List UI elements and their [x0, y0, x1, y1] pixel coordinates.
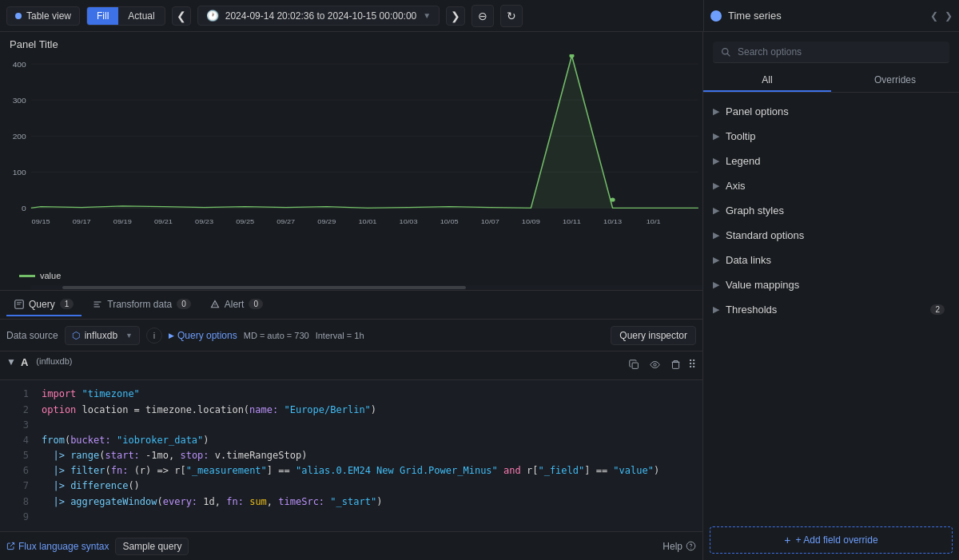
actual-button[interactable]: Actual	[118, 7, 164, 25]
fill-button[interactable]: Fill	[87, 7, 118, 25]
svg-text:100: 100	[13, 169, 26, 177]
code-line-2: 2 option location = timezone.location(na…	[0, 403, 702, 418]
option-label: Thresholds	[726, 304, 930, 316]
svg-marker-28	[31, 56, 698, 209]
query-hide-button[interactable]	[647, 356, 663, 372]
drag-handle-icon[interactable]: ⠿	[688, 358, 696, 371]
svg-text:10/11: 10/11	[563, 218, 581, 225]
query-row-label: A	[21, 356, 28, 368]
query-footer: Flux language syntax Sample query Help	[0, 531, 702, 560]
svg-text:10/13: 10/13	[603, 218, 622, 225]
svg-text:200: 200	[13, 133, 26, 141]
alert-icon	[210, 300, 220, 309]
query-actions: ⠿	[626, 356, 696, 372]
tab-transform[interactable]: Transform data 0	[85, 294, 198, 316]
tab-all-label: All	[762, 74, 772, 85]
svg-point-34	[653, 363, 655, 366]
option-label: Data links	[726, 254, 949, 266]
ts-icon	[710, 10, 722, 22]
svg-text:10/09: 10/09	[522, 218, 540, 225]
plus-icon: +	[784, 534, 790, 546]
tab-alert-label: Alert	[225, 299, 245, 310]
chevron-right-icon[interactable]: ❯	[945, 10, 953, 22]
chart-svg: 400 300 200 100 0 09/15 09/17 09/19 09/2…	[0, 54, 702, 262]
query-inspector-button[interactable]: Query inspector	[611, 326, 696, 345]
data-source-label: Data source	[6, 330, 58, 341]
refresh-button[interactable]: ↻	[500, 5, 523, 27]
option-label: Legend	[726, 155, 949, 167]
option-legend[interactable]: ▶ Legend	[703, 149, 959, 173]
code-line-6: 6 |> filter(fn: (r) => r["_measurement"]…	[0, 463, 702, 479]
query-copy-button[interactable]	[626, 356, 642, 372]
query-row-header: ▼ A (influxdb) ⠿	[0, 351, 702, 380]
sample-query-button[interactable]: Sample query	[115, 538, 189, 555]
svg-point-38	[690, 548, 691, 549]
tab-overrides[interactable]: Overrides	[831, 70, 959, 92]
all-overrides-tabs: All Overrides	[703, 70, 959, 93]
tab-query-label: Query	[29, 299, 55, 310]
help-button[interactable]: Help	[663, 541, 696, 552]
legend-label: value	[40, 271, 61, 280]
chevron-left-icon[interactable]: ❮	[930, 10, 938, 22]
tab-transform-label: Transform data	[107, 299, 172, 310]
code-editor[interactable]: 1 import "timezone" 2 option location = …	[0, 380, 702, 531]
option-value-mappings[interactable]: ▶ Value mappings	[703, 272, 959, 297]
collapse-button[interactable]: ▼	[6, 356, 16, 367]
time-range-next-button[interactable]: ❯	[446, 6, 465, 26]
option-chevron-icon: ▶	[713, 181, 719, 191]
query-delete-button[interactable]	[667, 356, 683, 372]
datasource-info-button[interactable]: i	[146, 328, 162, 344]
flux-syntax-label: Flux language syntax	[18, 541, 109, 552]
query-options-link[interactable]: ▶ Query options	[169, 330, 237, 341]
svg-rect-33	[632, 363, 638, 368]
tab-query[interactable]: Query 1	[6, 294, 82, 316]
option-axis[interactable]: ▶ Axis	[703, 173, 959, 198]
svg-line-36	[10, 542, 14, 546]
option-graph-styles[interactable]: ▶ Graph styles	[703, 198, 959, 223]
query-meta-md: MD = auto = 730	[244, 331, 309, 340]
svg-line-40	[727, 54, 730, 56]
influxdb-icon: ⬡	[72, 330, 80, 341]
zoom-button[interactable]: ⊖	[472, 5, 494, 27]
search-input[interactable]	[738, 46, 941, 58]
svg-text:10/1: 10/1	[647, 218, 661, 225]
time-range-prev-button[interactable]: ❮	[172, 6, 191, 26]
eye-icon	[650, 359, 660, 370]
option-panel-options[interactable]: ▶ Panel options	[703, 99, 959, 124]
svg-text:300: 300	[13, 96, 26, 104]
datasource-chevron-icon: ▼	[125, 332, 133, 340]
code-line-8: 8 |> aggregateWindow(every: 1d, fn: sum,…	[0, 494, 702, 510]
data-source-select[interactable]: ⬡ influxdb ▼	[65, 326, 140, 345]
svg-text:10/03: 10/03	[400, 218, 418, 225]
option-data-links[interactable]: ▶ Data links	[703, 248, 959, 272]
time-series-label: Time series	[728, 10, 924, 22]
query-icon	[14, 300, 24, 309]
option-standard-options[interactable]: ▶ Standard options	[703, 223, 959, 248]
table-view-button[interactable]: Table view	[6, 6, 80, 26]
tab-all[interactable]: All	[703, 70, 831, 92]
time-range-value: 2024-09-14 20:02:36 to 2024-10-15 00:00:…	[225, 10, 417, 22]
clock-icon: 🕐	[206, 10, 219, 22]
time-range-selector[interactable]: 🕐 2024-09-14 20:02:36 to 2024-10-15 00:0…	[197, 6, 440, 26]
query-toolbar: Data source ⬡ influxdb ▼ i ▶ Query optio…	[0, 320, 702, 351]
option-label: Panel options	[726, 105, 949, 117]
data-source-name: influxdb	[85, 330, 117, 341]
svg-text:09/17: 09/17	[73, 218, 91, 225]
option-thresholds[interactable]: ▶ Thresholds 2	[703, 297, 959, 322]
option-label: Tooltip	[726, 130, 949, 142]
svg-text:09/25: 09/25	[236, 218, 254, 225]
option-label: Graph styles	[726, 205, 949, 216]
transform-icon	[93, 300, 102, 309]
table-view-label: Table view	[26, 10, 71, 22]
code-line-4: 4 from(bucket: "iobroker_data")	[0, 433, 702, 448]
flux-language-syntax-link[interactable]: Flux language syntax	[6, 541, 109, 552]
option-tooltip[interactable]: ▶ Tooltip	[703, 124, 959, 149]
svg-text:0: 0	[22, 205, 26, 212]
tab-alert[interactable]: Alert 0	[202, 294, 271, 316]
svg-text:10/01: 10/01	[358, 218, 376, 225]
tab-alert-badge: 0	[249, 299, 263, 309]
search-bar	[713, 42, 949, 63]
query-options-label: Query options	[177, 330, 237, 341]
add-field-override-button[interactable]: + + Add field override	[710, 526, 953, 554]
panel-title: Panel Title	[10, 38, 58, 50]
